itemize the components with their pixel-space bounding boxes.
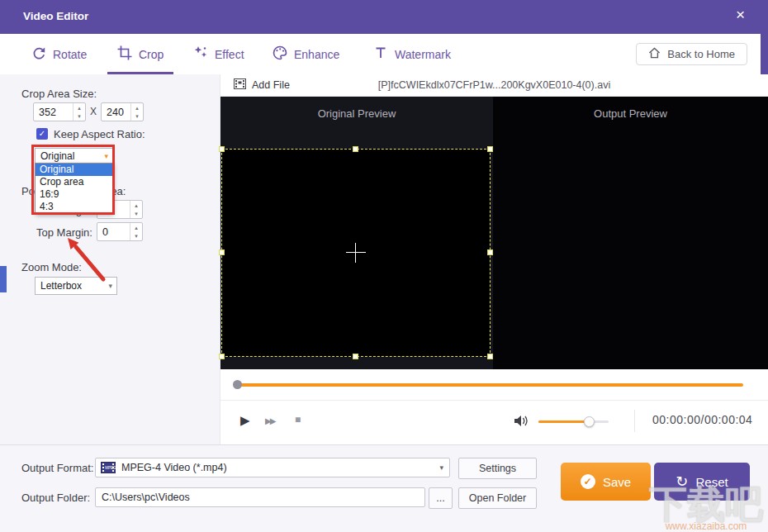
effect-icon [193,45,208,64]
crop-height-value: 240 [102,103,130,121]
crop-handle[interactable] [353,146,358,152]
file-bar: Add File [P]fcCWIEkdlx07CFrP1w...200KgvX… [220,74,768,97]
tab-enhance[interactable]: Enhance [273,34,339,74]
browse-folder-button[interactable]: ... [429,487,453,509]
volume-fill [538,420,589,423]
play-button[interactable]: ▶ [240,413,250,428]
aspect-ratio-select[interactable]: Original ▾ [35,148,113,164]
spinner-up-icon[interactable]: ▴ [73,103,85,112]
crop-height-input[interactable]: 240 ▴ ▾ [101,102,144,121]
tab-rotate[interactable]: Rotate [31,34,87,74]
rotate-icon [31,45,46,64]
tab-crop-label: Crop [139,48,164,61]
crop-handle[interactable] [487,249,493,255]
browse-label: ... [436,492,444,504]
tab-rotate-label: Rotate [53,48,87,61]
save-button[interactable]: ✓ Save [561,463,651,501]
tab-watermark-label: Watermark [395,48,451,61]
watermark-text-icon [373,45,388,64]
output-preview-label: Output Preview [493,107,768,120]
crop-selection-rect[interactable] [221,149,491,357]
spinner-up-icon[interactable]: ▴ [130,201,142,210]
tab-watermark[interactable]: Watermark [373,34,451,74]
crop-handle[interactable] [219,354,225,359]
spinner-down-icon[interactable]: ▾ [130,232,142,241]
output-folder-input[interactable] [95,487,425,507]
video-editor-window: Video Editor × Rotate Crop [0,0,768,532]
mpeg-format-icon: MPEG [101,462,116,473]
window-title: Video Editor [23,10,88,22]
dropdown-option-crop-area[interactable]: Crop area [36,176,112,188]
back-to-home-label: Back to Home [667,48,735,60]
output-format-label: Output Format: [21,462,93,474]
aspect-ratio-dropdown-list: Original Crop area 16:9 4:3 [35,163,113,214]
dropdown-option-16-9[interactable]: 16:9 [36,188,112,201]
seek-track[interactable] [237,383,743,387]
window-edge-strip [761,34,768,74]
reset-button[interactable]: ↻ Reset [654,463,750,501]
crop-area-size-label: Crop Area Size: [21,88,97,100]
transport-divider [634,410,635,432]
spinner-down-icon[interactable]: ▾ [73,112,85,121]
top-margin-input[interactable]: 0 ▴ ▾ [97,222,143,241]
settings-label: Settings [479,463,516,474]
top-margin-label: Top Margin: [36,226,92,239]
tab-enhance-label: Enhance [294,48,339,61]
volume-track[interactable] [538,420,609,423]
crop-width-input[interactable]: 352 ▴ ▾ [33,102,86,121]
chevron-down-icon: ▾ [104,152,112,160]
settings-button[interactable]: Settings [458,458,537,479]
zoom-mode-select[interactable]: Letterbox ▾ [35,277,117,295]
dropdown-option-4-3[interactable]: 4:3 [36,201,112,213]
crop-handle[interactable] [219,146,225,152]
enhance-icon [273,45,287,64]
tab-effect-label: Effect [215,48,244,61]
aspect-ratio-selected: Original [36,150,104,162]
back-to-home-button[interactable]: Back to Home [636,43,747,65]
speaker-icon[interactable] [514,415,529,430]
crop-handle[interactable] [353,354,358,359]
tab-crop[interactable]: Crop [117,34,164,74]
spinner-down-icon[interactable]: ▾ [130,210,142,219]
crop-handle[interactable] [487,354,493,359]
crop-handle[interactable] [487,146,493,152]
crop-handle[interactable] [219,249,225,255]
top-margin-value: 0 [97,223,130,240]
output-panel: Output Format: MPEG MPEG-4 Video (*.mp4)… [0,444,768,532]
home-icon [648,47,661,62]
spinner-up-icon[interactable]: ▴ [130,223,142,232]
close-icon[interactable]: × [736,6,745,24]
save-label: Save [603,475,631,489]
dropdown-option-original[interactable]: Original [36,164,112,176]
spinner-up-icon[interactable]: ▴ [131,103,143,112]
crop-width-value: 352 [34,103,73,121]
spinner-down-icon[interactable]: ▾ [131,112,143,121]
transport-bar: ▶ ▶▶ ■ 00:00:00/00:00:04 [220,400,768,444]
open-folder-button[interactable]: Open Folder [458,487,537,509]
tab-effect[interactable]: Effect [193,34,244,74]
output-format-value: MPEG-4 Video (*.mp4) [116,462,439,473]
zoom-mode-selected: Letterbox [36,280,108,292]
loaded-file-name: [P]fcCWIEkdlx07CFrP1w...200KgvX0E010-4(0… [220,79,768,91]
reset-icon: ↻ [676,474,688,489]
original-preview-label: Original Preview [220,107,493,120]
chevron-down-icon: ▾ [108,282,116,290]
zoom-mode-label: Zoom Mode: [21,261,82,273]
save-check-icon: ✓ [581,474,595,489]
output-format-select[interactable]: MPEG MPEG-4 Video (*.mp4) ▾ [95,458,450,477]
crop-icon [117,45,132,64]
output-folder-label: Output Folder: [21,492,90,504]
crop-settings-panel: Crop Area Size: 352 ▴ ▾ X 240 ▴ ▾ ✓ Keep… [0,74,220,444]
stop-button[interactable]: ■ [295,414,301,425]
keep-aspect-checkbox[interactable]: ✓ [36,128,48,140]
reset-label: Reset [695,475,728,489]
open-folder-label: Open Folder [469,492,526,504]
preview-area: Original Preview Output Preview [220,97,768,369]
crosshair-icon [346,252,366,253]
seek-bar-row [220,369,768,400]
volume-handle[interactable] [584,416,595,427]
seek-handle[interactable] [233,380,242,389]
time-display: 00:00:00/00:00:04 [652,413,752,426]
output-preview-pane: Output Preview [493,97,768,369]
fast-forward-button[interactable]: ▶▶ [265,416,274,425]
